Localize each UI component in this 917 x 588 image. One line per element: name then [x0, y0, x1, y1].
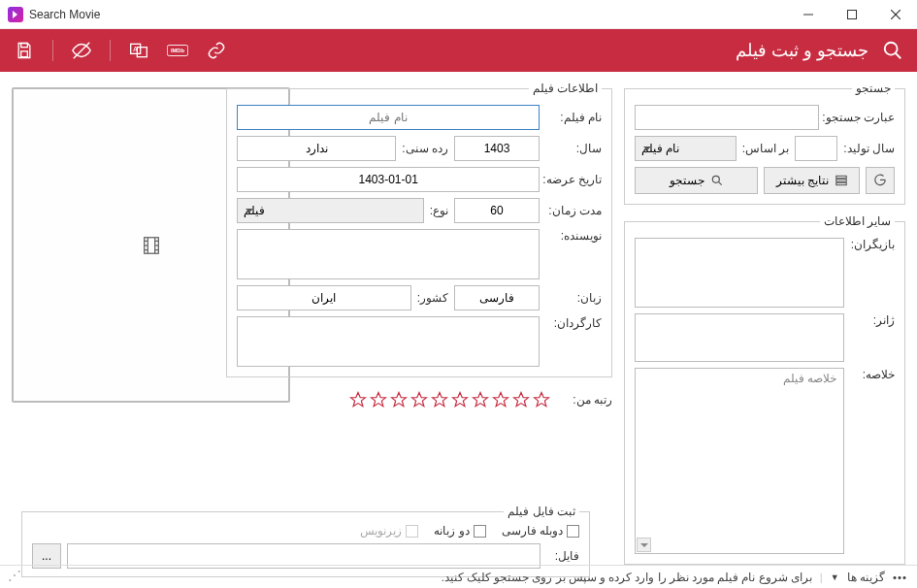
movie-lang-input[interactable] — [454, 285, 540, 310]
rating-label: رتبه من: — [556, 393, 612, 407]
film-icon — [141, 235, 162, 256]
movie-name-input[interactable] — [237, 105, 540, 130]
movie-release-label: تاریخ عرضه: — [545, 173, 602, 186]
svg-point-17 — [712, 176, 719, 182]
movie-age-input[interactable] — [237, 136, 396, 161]
search-legend: جستجو — [852, 82, 895, 95]
svg-marker-19 — [351, 393, 366, 407]
movie-lang-label: زبان: — [545, 291, 602, 305]
summary-label: خلاصه: — [850, 368, 895, 381]
summary-textarea[interactable] — [635, 368, 844, 554]
star-icon[interactable] — [431, 391, 448, 408]
more-results-button[interactable]: نتایج بیشتر — [764, 167, 860, 194]
svg-line-13 — [896, 53, 901, 59]
dual-checkbox[interactable]: دو زبانه — [434, 524, 485, 538]
svg-rect-14 — [836, 176, 847, 178]
statusbar: ••• گزینه ها ▼ | برای شروع نام فیلم مورد… — [0, 565, 917, 588]
subtitle-checkbox: زیرنویس — [360, 524, 418, 538]
star-icon[interactable] — [451, 391, 469, 408]
genre-textarea[interactable] — [635, 313, 844, 362]
movie-writer-label: نویسنده: — [545, 229, 602, 243]
movie-country-input[interactable] — [237, 285, 410, 310]
search-icon — [882, 40, 903, 61]
svg-text:A: A — [133, 46, 138, 52]
ribbon-title: جستجو و ثبت فیلم — [736, 40, 868, 61]
movie-release-input[interactable] — [237, 167, 540, 192]
dub-checkbox[interactable]: دوبله فارسی — [502, 524, 579, 538]
imdb-icon[interactable]: IMDb — [167, 40, 188, 61]
google-button[interactable] — [866, 167, 895, 194]
star-icon[interactable] — [410, 391, 428, 408]
options-menu-icon[interactable]: ••• — [893, 572, 907, 583]
star-icon[interactable] — [390, 391, 408, 408]
search-year-label: سال تولید: — [843, 142, 895, 155]
app-icon — [8, 7, 23, 22]
ribbon: A IMDb جستجو و ثبت فیلم — [0, 29, 917, 72]
close-button[interactable] — [873, 0, 917, 29]
star-icon[interactable] — [492, 391, 509, 408]
other-legend: سایر اطلاعات — [820, 214, 895, 228]
movie-type-label: نوع: — [430, 204, 448, 217]
movie-info-group: اطلاعات فیلم نام فیلم: سال: رده سنی: تار… — [226, 82, 612, 377]
star-icon[interactable] — [370, 391, 387, 408]
svg-line-18 — [718, 181, 721, 184]
search-year-input[interactable] — [795, 136, 837, 161]
svg-marker-23 — [433, 393, 447, 407]
movie-director-label: کارگردان: — [545, 316, 602, 330]
movie-year-input[interactable] — [454, 136, 540, 161]
file-legend: ثبت فایل فیلم — [504, 505, 579, 518]
search-by-select[interactable]: نام فیلم — [635, 136, 737, 161]
titlebar: Search Movie — [0, 0, 917, 29]
rating-stars[interactable] — [349, 391, 550, 408]
search-by-label: بر اساس: — [742, 142, 790, 155]
chevron-down-icon[interactable]: ▼ — [831, 572, 839, 582]
svg-marker-28 — [535, 393, 549, 407]
actors-textarea[interactable] — [635, 238, 844, 308]
movie-director-textarea[interactable] — [237, 316, 540, 367]
save-icon[interactable] — [14, 40, 35, 61]
hide-icon[interactable] — [71, 40, 92, 61]
resize-grip[interactable] — [10, 572, 21, 583]
movie-age-label: رده سنی: — [402, 142, 448, 155]
svg-marker-24 — [453, 393, 468, 407]
movie-year-label: سال: — [545, 142, 602, 155]
minimize-button[interactable] — [786, 0, 830, 29]
search-term-input[interactable] — [635, 105, 819, 130]
svg-rect-4 — [21, 44, 28, 48]
svg-text:IMDb: IMDb — [171, 48, 185, 53]
movie-runtime-input[interactable] — [454, 198, 540, 223]
search-group: جستجو عبارت جستجو: سال تولید: بر اساس: ن… — [624, 82, 905, 205]
svg-marker-27 — [514, 393, 529, 407]
star-icon[interactable] — [512, 391, 530, 408]
status-hint: برای شروع نام فیلم مورد نظر را وارد کرده… — [442, 571, 812, 584]
translate-icon[interactable]: A — [128, 40, 149, 61]
other-info-group: سایر اطلاعات بازیگران: ژانر: خلاصه: خلاص… — [624, 214, 905, 565]
options-label[interactable]: گزینه ها — [847, 571, 885, 584]
search-button[interactable]: جستجو — [635, 167, 758, 194]
star-icon[interactable] — [533, 391, 550, 408]
svg-marker-25 — [474, 393, 488, 407]
movie-legend: اطلاعات فیلم — [529, 82, 602, 95]
window-title: Search Movie — [29, 8, 100, 21]
svg-rect-8 — [137, 48, 147, 57]
movie-name-label: نام فیلم: — [545, 111, 602, 124]
genre-label: ژانر: — [850, 313, 895, 327]
link-icon[interactable] — [206, 40, 227, 61]
movie-runtime-label: مدت زمان: — [545, 204, 602, 217]
star-icon[interactable] — [472, 391, 489, 408]
movie-type-select[interactable]: فیلم — [237, 198, 423, 223]
svg-marker-21 — [392, 393, 407, 407]
svg-rect-15 — [836, 180, 847, 181]
star-icon[interactable] — [349, 391, 367, 408]
svg-marker-20 — [372, 393, 386, 407]
svg-rect-1 — [847, 10, 856, 18]
search-term-label: عبارت جستجو: — [825, 111, 895, 124]
svg-marker-26 — [494, 393, 508, 407]
movie-country-label: کشور: — [417, 291, 448, 305]
svg-marker-22 — [412, 393, 427, 407]
scroll-down-button[interactable] — [637, 538, 651, 552]
svg-rect-16 — [836, 182, 847, 184]
maximize-button[interactable] — [830, 0, 873, 29]
movie-writer-textarea[interactable] — [237, 229, 540, 279]
actors-label: بازیگران: — [850, 238, 895, 251]
